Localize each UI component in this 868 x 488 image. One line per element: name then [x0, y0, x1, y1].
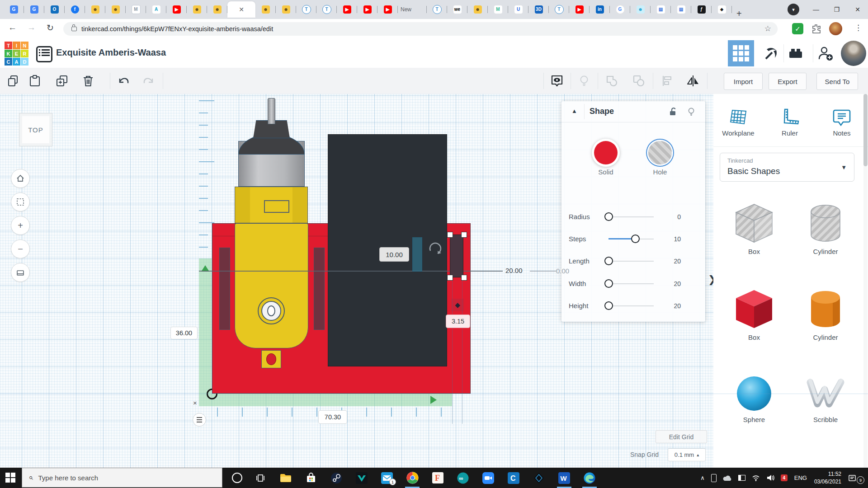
hole-button[interactable]	[648, 141, 672, 164]
selected-shape[interactable]	[450, 235, 463, 277]
hole-preview-teal[interactable]	[412, 237, 422, 272]
browser-tab[interactable]: M	[488, 2, 508, 17]
browser-tab[interactable]: ▶	[337, 2, 357, 17]
tray-expand-icon[interactable]: ∧	[700, 474, 705, 481]
dashboard-grid-button[interactable]	[728, 40, 754, 66]
taskbar-app-mail[interactable]: 1	[376, 468, 398, 488]
browser-tab[interactable]: ▤	[651, 2, 671, 17]
extensions-puzzle-icon[interactable]	[811, 24, 821, 34]
browser-tab[interactable]: T	[549, 2, 569, 17]
minimize-button[interactable]: —	[806, 0, 826, 19]
browser-tab[interactable]: 3D	[528, 2, 549, 17]
screen-snip-icon[interactable]	[738, 475, 745, 481]
ruler-menu-button[interactable]	[193, 413, 206, 427]
browser-tab[interactable]: ƒ	[691, 2, 712, 17]
delete-trash-icon[interactable]	[81, 74, 95, 88]
browser-tab[interactable]: in	[590, 2, 610, 17]
browser-tab[interactable]: U	[508, 2, 528, 17]
taskbar-app-folder[interactable]	[275, 468, 297, 488]
motor-shaft[interactable]	[268, 98, 275, 124]
tinkercad-logo[interactable]: TINKERCAD	[5, 42, 28, 66]
properties-list-icon[interactable]	[36, 46, 52, 62]
browser-tab[interactable]: T	[316, 2, 337, 17]
browser-menu-icon[interactable]: ⋮	[854, 23, 862, 33]
volume-icon[interactable]	[766, 474, 774, 481]
new-tab-button[interactable]: +	[736, 9, 742, 19]
wifi-icon[interactable]	[752, 475, 760, 481]
mirror-flip-icon[interactable]	[686, 74, 700, 88]
taskbar-app-store[interactable]	[300, 468, 322, 488]
reload-button[interactable]: ↻	[47, 23, 54, 33]
user-avatar[interactable]	[841, 41, 866, 66]
dim-label-0[interactable]: 0.00	[556, 267, 569, 275]
add-user-icon[interactable]	[817, 45, 834, 61]
panel-collapse-icon[interactable]: ▲	[571, 108, 577, 114]
browser-tab[interactable]: ☻	[187, 2, 207, 17]
browser-tab[interactable]: A	[146, 2, 166, 17]
browser-tab[interactable]: New	[398, 2, 427, 17]
slider-value[interactable]: 20	[663, 258, 681, 265]
browser-tab[interactable]: ☻	[467, 2, 488, 17]
notification-center-icon[interactable]	[848, 474, 856, 482]
slider-value[interactable]: 20	[663, 302, 681, 310]
steps-slider-knob[interactable]	[631, 235, 640, 243]
browser-tab[interactable]: G	[24, 2, 44, 17]
browser-tab[interactable]: ▶	[357, 2, 377, 17]
solid-color-button[interactable]	[594, 141, 618, 164]
shape-tile-sphere[interactable]: Sphere	[729, 374, 779, 423]
zoom-out-button[interactable]: −	[11, 239, 30, 258]
selection-handle[interactable]	[461, 232, 467, 238]
taskbar-app-zoom[interactable]	[477, 468, 499, 488]
task-view-button[interactable]	[250, 468, 271, 488]
plate-slot-right[interactable]	[314, 248, 325, 330]
browser-tab[interactable]: G	[610, 2, 630, 17]
motor-body-yellow[interactable]	[235, 223, 308, 348]
address-bar[interactable]: tinkercad.com/things/6kEpW7fENxY-exquisi…	[63, 22, 778, 36]
shape-tile-cylinder[interactable]: Cylinder	[801, 287, 850, 341]
taskbar-app-fusion[interactable]: F	[427, 468, 448, 488]
dim-input-7030[interactable]: 70.30	[318, 410, 347, 424]
scale-diamond-handle[interactable]: ◆	[451, 299, 464, 311]
browser-tab[interactable]: ▶	[569, 2, 590, 17]
browser-tab-active[interactable]: ✕	[227, 1, 255, 18]
taskbar-app-arduino[interactable]: ∞	[452, 468, 474, 488]
dim-input-10[interactable]: 10.00	[379, 247, 409, 262]
undo-icon[interactable]	[117, 74, 130, 88]
shape-tile-box[interactable]: Box	[729, 287, 779, 341]
color-note-icon[interactable]: 4	[781, 474, 788, 481]
language-indicator[interactable]: ENG	[794, 474, 807, 481]
view-cube[interactable]: TOP	[19, 113, 52, 146]
browser-tab[interactable]: ☻	[105, 2, 126, 17]
duplicate-icon[interactable]	[55, 74, 69, 88]
hide-bulb-icon[interactable]	[686, 107, 696, 117]
dim-label-20[interactable]: 20.00	[505, 267, 523, 274]
lego-brick-icon[interactable]	[788, 45, 804, 61]
browser-profile-icon[interactable]: ▾	[788, 4, 799, 15]
taskbar-app-edge[interactable]	[579, 468, 600, 488]
taskbar-app-diamond[interactable]	[528, 468, 550, 488]
unlock-icon[interactable]	[668, 107, 678, 117]
browser-tab[interactable]: ☻	[207, 2, 227, 17]
width-slider-knob[interactable]	[604, 279, 613, 288]
sidebar-scrollbar[interactable]	[863, 94, 868, 468]
home-view-button[interactable]	[11, 169, 30, 188]
browser-tab[interactable]: ☻	[630, 2, 651, 17]
cortana-button[interactable]	[226, 468, 248, 488]
minecraft-pickaxe-icon[interactable]	[762, 45, 778, 61]
fit-view-button[interactable]	[11, 192, 30, 211]
browser-tab[interactable]: ☻	[85, 2, 105, 17]
shape-tile-cylinder[interactable]: Cylinder	[801, 202, 850, 255]
slider-value[interactable]: 20	[663, 280, 681, 287]
forward-button[interactable]: →	[27, 23, 36, 33]
radius-slider-knob[interactable]	[604, 212, 613, 221]
edit-grid-button[interactable]: Edit Grid	[656, 430, 707, 443]
maximize-button[interactable]: ❐	[826, 0, 847, 19]
paste-icon[interactable]	[28, 74, 42, 88]
back-button[interactable]: ←	[8, 23, 17, 33]
browser-tab[interactable]: we	[447, 2, 467, 17]
slider-value[interactable]: 10	[663, 235, 681, 243]
copy-icon[interactable]	[6, 74, 20, 88]
browser-tab[interactable]: M	[126, 2, 146, 17]
browser-tab[interactable]: ⬥	[712, 2, 732, 17]
length-slider-knob[interactable]	[604, 257, 613, 265]
